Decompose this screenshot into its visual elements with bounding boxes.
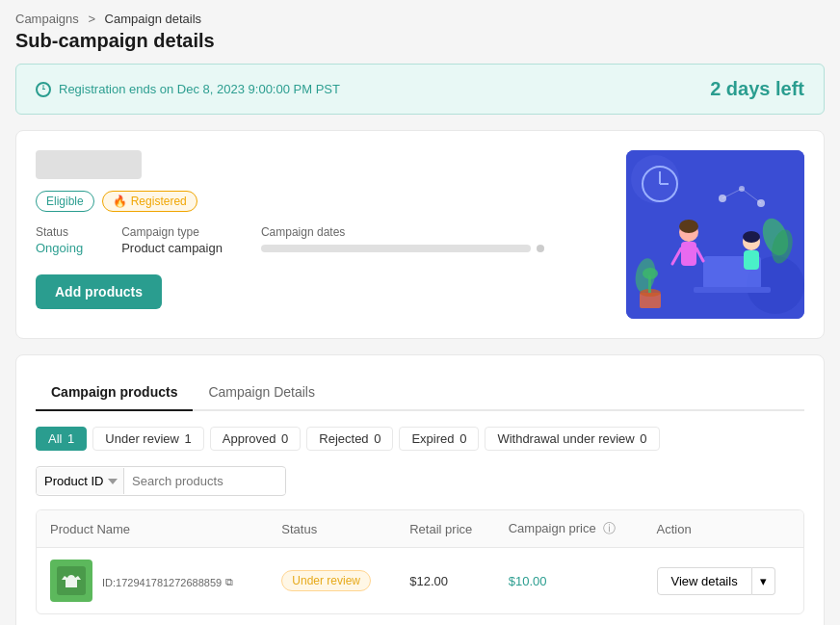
filter-expired[interactable]: Expired 0 xyxy=(399,427,479,451)
product-thumbnail xyxy=(50,560,92,602)
svg-point-15 xyxy=(743,231,760,243)
breadcrumb: Campaigns > Campaign details xyxy=(15,12,825,26)
svg-rect-9 xyxy=(681,242,696,266)
registration-text: Registration ends on Dec 8, 2023 9:00:00… xyxy=(59,82,340,96)
info-icon: ⓘ xyxy=(603,521,616,535)
col-product-name: Product Name xyxy=(37,510,268,548)
days-left: 2 days left xyxy=(710,78,804,100)
campaign-image xyxy=(626,150,804,319)
filter-approved[interactable]: Approved 0 xyxy=(210,427,302,451)
breadcrumb-parent[interactable]: Campaigns xyxy=(15,12,79,26)
registration-banner: Registration ends on Dec 8, 2023 9:00:00… xyxy=(15,64,825,115)
products-table-wrapper: Product Name Status Retail price Campaig… xyxy=(36,509,804,614)
product-id: ID:172941781272688859 ⧉ xyxy=(102,576,233,588)
campaign-price: $10.00 xyxy=(495,548,643,614)
status-badge: Under review xyxy=(281,570,371,591)
svg-point-27 xyxy=(643,268,658,279)
col-status: Status xyxy=(268,510,396,548)
info-row: Status Ongoing Campaign type Product cam… xyxy=(36,225,607,255)
products-section: Campaign products Campaign Details All 1… xyxy=(15,354,825,625)
retail-price: $12.00 xyxy=(396,548,494,614)
search-row: Product ID xyxy=(36,466,286,496)
registered-badge: 🔥 Registered xyxy=(102,191,197,212)
search-input[interactable] xyxy=(124,468,286,494)
add-products-button[interactable]: Add products xyxy=(36,274,162,309)
tabs-row: Campaign products Campaign Details xyxy=(36,375,804,411)
breadcrumb-current: Campaign details xyxy=(105,12,201,26)
search-type-select[interactable]: Product ID xyxy=(37,468,124,494)
filter-rejected[interactable]: Rejected 0 xyxy=(306,427,393,451)
status-item: Status Ongoing xyxy=(36,225,83,255)
view-details-button[interactable]: View details xyxy=(657,567,752,595)
banner-left: Registration ends on Dec 8, 2023 9:00:00… xyxy=(36,82,340,97)
campaign-dates-bar xyxy=(261,245,544,252)
filter-all[interactable]: All 1 xyxy=(36,427,87,451)
table-row: ID:172941781272688859 ⧉ Under review $12… xyxy=(37,548,803,614)
filter-row: All 1 Under review 1 Approved 0 Rejected… xyxy=(36,427,804,451)
breadcrumb-separator: > xyxy=(88,12,95,26)
col-retail-price: Retail price xyxy=(396,510,494,548)
campaign-type-value: Product campaign xyxy=(121,241,223,255)
svg-rect-14 xyxy=(744,250,759,270)
status-value: Ongoing xyxy=(36,241,83,255)
badge-row: Eligible 🔥 Registered xyxy=(36,191,607,212)
action-cell: View details ▾ xyxy=(657,567,790,595)
col-campaign-price: Campaign price ⓘ xyxy=(495,510,643,548)
tab-campaign-products[interactable]: Campaign products xyxy=(36,375,193,411)
campaign-type-label: Campaign type xyxy=(121,225,223,239)
products-table: Product Name Status Retail price Campaig… xyxy=(37,510,803,613)
product-cell: ID:172941781272688859 ⧉ xyxy=(50,560,254,602)
status-label: Status xyxy=(36,225,83,239)
campaign-type-item: Campaign type Product campaign xyxy=(121,225,223,255)
svg-point-12 xyxy=(679,220,698,233)
campaign-dates-label: Campaign dates xyxy=(261,225,544,239)
view-details-dropdown-button[interactable]: ▾ xyxy=(752,567,775,595)
copy-icon[interactable]: ⧉ xyxy=(225,576,233,588)
filter-withdrawal[interactable]: Withdrawal under review 0 xyxy=(485,427,659,451)
campaign-card: Eligible 🔥 Registered Status Ongoing Cam… xyxy=(15,130,825,339)
fire-icon: 🔥 xyxy=(113,195,127,208)
col-action: Action xyxy=(643,510,803,548)
campaign-logo xyxy=(36,150,142,179)
clock-icon xyxy=(36,82,51,97)
tab-campaign-details[interactable]: Campaign Details xyxy=(193,375,330,411)
page-title: Sub-campaign details xyxy=(15,30,825,52)
eligible-badge: Eligible xyxy=(36,191,94,212)
filter-under-review[interactable]: Under review 1 xyxy=(92,427,203,451)
svg-rect-7 xyxy=(694,287,771,293)
campaign-dates-item: Campaign dates xyxy=(261,225,544,255)
